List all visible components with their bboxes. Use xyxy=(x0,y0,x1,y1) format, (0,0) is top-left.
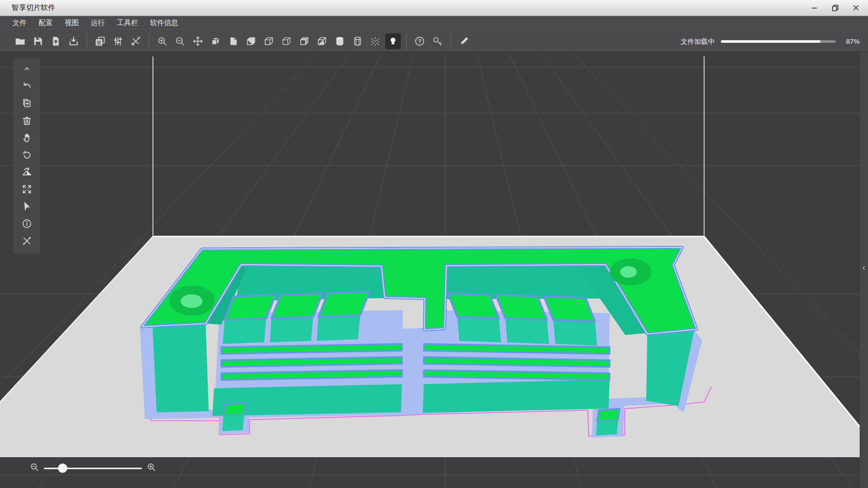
collapse-up-icon[interactable] xyxy=(17,61,36,76)
close-button[interactable] xyxy=(849,2,863,14)
progress-bar xyxy=(721,40,836,43)
move-icon[interactable] xyxy=(190,33,206,49)
minimize-button[interactable] xyxy=(807,2,821,14)
menu-item-软件信息[interactable]: 软件信息 xyxy=(150,18,179,28)
license-key-icon[interactable] xyxy=(430,33,445,49)
adjust-sliders-icon[interactable] xyxy=(110,33,126,49)
cube-open-icon[interactable] xyxy=(296,33,312,49)
right-panel-strip: ‹ xyxy=(860,52,868,488)
duplicate-model-icon[interactable] xyxy=(17,95,36,111)
undo-icon[interactable] xyxy=(17,78,36,93)
cube-back-icon[interactable] xyxy=(243,33,259,49)
menu-bar: 文件配置视图运行工具栏软件信息 xyxy=(0,16,868,30)
import-file-icon[interactable] xyxy=(48,33,64,49)
pen-icon[interactable] xyxy=(456,33,472,49)
delete-model-icon[interactable] xyxy=(17,112,36,128)
progress-fill xyxy=(721,40,821,43)
help-icon[interactable]: ? xyxy=(412,33,427,49)
sheet-icon[interactable] xyxy=(225,33,241,49)
right-panel-toggle[interactable]: ‹ xyxy=(862,264,865,272)
batch-copy-icon[interactable] xyxy=(92,33,108,49)
window-title: 智享切片软件 xyxy=(11,3,55,13)
svg-text:?: ? xyxy=(418,39,421,44)
toolbar-group xyxy=(7,33,87,49)
menu-item-运行[interactable]: 运行 xyxy=(91,18,105,28)
mirror-model-icon[interactable] xyxy=(17,164,36,180)
cube-half-icon[interactable] xyxy=(314,33,330,49)
progress-label: 文件加载中 xyxy=(681,37,715,46)
cube-solid-icon[interactable] xyxy=(208,33,223,49)
open-folder-icon[interactable] xyxy=(13,33,28,49)
side-tool-panel xyxy=(13,58,40,254)
rotate-view-icon[interactable] xyxy=(17,147,36,162)
model-info-icon[interactable] xyxy=(17,216,36,231)
file-load-progress: 文件加载中 87% xyxy=(681,31,860,52)
save-icon[interactable] xyxy=(30,33,46,49)
progress-percent: 87% xyxy=(842,38,860,45)
menu-item-文件[interactable]: 文件 xyxy=(13,18,27,28)
cube-hidden-icon[interactable] xyxy=(261,33,277,49)
export-file-icon[interactable] xyxy=(66,33,81,49)
zoom-slider-handle[interactable] xyxy=(58,463,67,473)
toolbar-group xyxy=(87,33,149,49)
cube-dashed-icon[interactable] xyxy=(279,33,294,49)
zoom-out-icon[interactable] xyxy=(29,462,40,474)
light-icon[interactable] xyxy=(385,33,401,49)
point-cloud-icon[interactable] xyxy=(367,33,383,49)
zoom-in-icon[interactable] xyxy=(154,33,170,49)
repair-tools-icon[interactable] xyxy=(17,233,36,248)
zoom-in-icon[interactable] xyxy=(146,462,157,474)
toolbar-group xyxy=(450,33,477,49)
menu-item-工具栏[interactable]: 工具栏 xyxy=(117,18,138,28)
pan-hand-icon[interactable] xyxy=(17,129,36,145)
menu-item-视图[interactable]: 视图 xyxy=(65,18,79,28)
cylinder-icon[interactable] xyxy=(332,33,348,49)
tools-icon[interactable] xyxy=(128,33,144,49)
scale-expand-icon[interactable] xyxy=(17,181,36,197)
zoom-slider-track[interactable] xyxy=(44,468,142,469)
corner-pillar-lines xyxy=(153,56,704,237)
toolbar-group: ? xyxy=(406,33,450,49)
restore-button[interactable] xyxy=(828,2,842,14)
select-cursor-icon[interactable] xyxy=(17,198,36,214)
zoom-out-icon[interactable] xyxy=(172,33,188,49)
title-bar: 智享切片软件 xyxy=(0,0,868,16)
toolbar-group xyxy=(149,33,406,49)
menu-item-配置[interactable]: 配置 xyxy=(39,18,53,28)
window-controls xyxy=(807,0,863,16)
cylinder-wire-icon[interactable] xyxy=(350,33,365,49)
viewport-3d[interactable] xyxy=(0,52,868,488)
zoom-slider-bar xyxy=(29,461,165,475)
